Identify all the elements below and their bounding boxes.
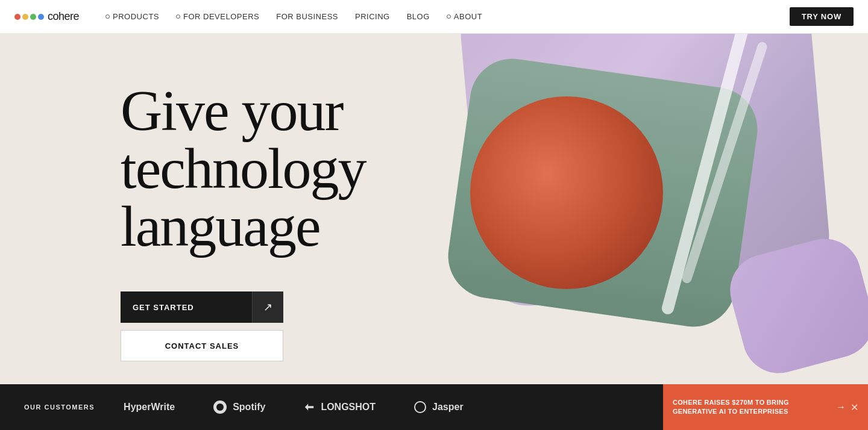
hero-buttons: GET STARTED ↗ CONTACT SALES <box>121 291 283 361</box>
logo-jasper: Jasper <box>414 401 464 413</box>
logo-hyperwrite: HyperWrite <box>124 402 175 413</box>
hero-title-line3: language <box>121 194 320 258</box>
try-now-button[interactable]: TRY NOW <box>790 7 854 26</box>
dot-icon <box>447 14 451 19</box>
blob-orange <box>470 96 663 289</box>
nav-link-products[interactable]: PRODUCTS <box>98 8 166 25</box>
hero-title: Give your technology language <box>121 82 362 255</box>
longshot-text: LONGSHOT <box>321 402 376 413</box>
dot-icon <box>105 14 110 19</box>
hero-title-line1: Give your <box>121 78 343 143</box>
nav-link-about[interactable]: ABOUT <box>439 8 489 25</box>
nav-link-for-business[interactable]: FOR BUSINESS <box>269 8 345 25</box>
nav-link-about-label: ABOUT <box>454 12 482 21</box>
notification-arrow-icon[interactable]: → <box>836 402 846 413</box>
logo-longshot: LONGSHOT <box>304 402 376 413</box>
spotify-text: Spotify <box>233 402 265 413</box>
logo-icon <box>14 14 44 20</box>
nav-link-blog[interactable]: BLOG <box>400 8 437 25</box>
contact-sales-button[interactable]: CONTACT SALES <box>121 330 283 361</box>
notification-text: COHERE RAISES $270M TO BRING GENERATIVE … <box>673 398 831 417</box>
nav-link-for-developers[interactable]: FOR DEVELOPERS <box>169 8 266 25</box>
logo[interactable]: cohere <box>14 10 79 23</box>
hero-title-line2: technology <box>121 136 366 201</box>
notification-close-icon[interactable]: ✕ <box>851 402 858 413</box>
nav-link-blog-label: BLOG <box>407 12 430 21</box>
get-started-arrow-icon: ↗ <box>252 291 283 323</box>
logo-spotify: Spotify <box>213 400 265 414</box>
hyperwrite-text: HyperWrite <box>124 402 175 413</box>
hero-content: Give your technology language GET STARTE… <box>0 34 362 361</box>
nav-link-for-business-label: FOR BUSINESS <box>276 12 338 21</box>
navbar: cohere PRODUCTS FOR DEVELOPERS FOR BUSIN… <box>0 0 868 34</box>
jasper-icon <box>414 401 426 413</box>
logo-text: cohere <box>48 10 79 23</box>
logo-dot-red <box>14 14 20 20</box>
hero-section: Give your technology language GET STARTE… <box>0 0 868 384</box>
logo-dot-blue <box>38 14 44 20</box>
notification-banner: COHERE RAISES $270M TO BRING GENERATIVE … <box>663 384 868 430</box>
get-started-label: GET STARTED <box>121 303 252 312</box>
nav-link-products-label: PRODUCTS <box>113 12 159 21</box>
dot-icon <box>176 14 180 19</box>
logo-dot-yellow <box>22 14 28 20</box>
nav-link-pricing[interactable]: PRICING <box>348 8 397 25</box>
hero-background <box>344 0 868 384</box>
logo-dot-green <box>30 14 36 20</box>
get-started-button[interactable]: GET STARTED ↗ <box>121 291 283 323</box>
nav-link-for-developers-label: FOR DEVELOPERS <box>183 12 259 21</box>
spotify-icon <box>213 400 227 414</box>
longshot-icon <box>304 402 315 413</box>
bottom-bar: OUR CUSTOMERS HyperWrite Spotify LONGSHO… <box>0 384 868 430</box>
nav-link-pricing-label: PRICING <box>355 12 390 21</box>
nav-links: PRODUCTS FOR DEVELOPERS FOR BUSINESS PRI… <box>98 8 790 25</box>
jasper-text: Jasper <box>432 402 464 413</box>
customers-label: OUR CUSTOMERS <box>24 404 95 411</box>
